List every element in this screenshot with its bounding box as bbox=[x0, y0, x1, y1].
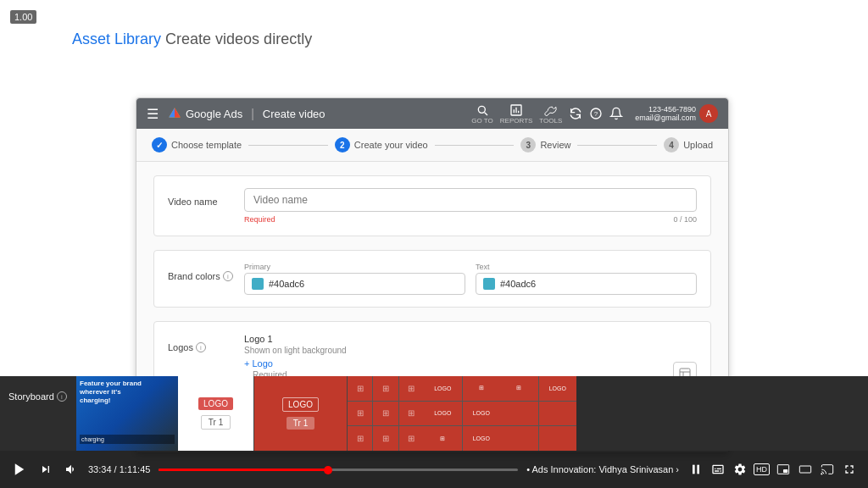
text-color-input[interactable]: #40adc6 bbox=[476, 273, 697, 295]
cast-button[interactable] bbox=[819, 461, 836, 478]
step-2-label: Create your video bbox=[354, 140, 428, 150]
sb-grid2-2-cell-1: ⊞ bbox=[500, 376, 538, 401]
account-number: 123-456-7890 email@gmail.com bbox=[635, 105, 696, 122]
step-1-circle: ✓ bbox=[152, 137, 167, 152]
brand-colors-row: Brand colors i Primary #40adc6 Text bbox=[153, 250, 711, 308]
logo-subtitle: Shown on light background bbox=[244, 346, 347, 355]
help-icon[interactable]: ? bbox=[589, 107, 603, 120]
video-area: 1.00 Asset Library Create videos directl… bbox=[0, 0, 868, 488]
svg-rect-11 bbox=[697, 465, 699, 474]
settings-button[interactable] bbox=[732, 461, 748, 478]
storyboard-items: Feature your brand wherever it's chargin… bbox=[76, 376, 868, 451]
color-fields: Primary #40adc6 Text #40adc6 bbox=[244, 263, 697, 295]
step-3-label: Review bbox=[540, 140, 570, 150]
primary-color-input[interactable]: #40adc6 bbox=[244, 273, 465, 295]
sb-grid-cell-8: ⊞ bbox=[373, 426, 398, 451]
app-name-label: Google Ads bbox=[186, 108, 242, 120]
svg-marker-9 bbox=[15, 463, 25, 475]
svg-point-15 bbox=[821, 474, 822, 474]
logos-info-icon[interactable]: i bbox=[196, 342, 206, 352]
progress-bar[interactable] bbox=[159, 469, 518, 471]
theater-button[interactable] bbox=[797, 461, 814, 478]
volume-button[interactable] bbox=[63, 461, 80, 478]
sb-grid-cell-6: ⊞ bbox=[399, 402, 424, 426]
sb-red-tr-badge: Tr 1 bbox=[287, 417, 314, 430]
notifications-icon[interactable] bbox=[609, 107, 623, 120]
sb-grid2-cell-5: ⊞ bbox=[424, 426, 462, 451]
sb-grid2-2-cell-6 bbox=[539, 426, 577, 451]
svg-text:?: ? bbox=[594, 110, 598, 118]
sb-grid-cell-5: ⊞ bbox=[373, 402, 398, 426]
progress-dot bbox=[324, 466, 332, 474]
stepper: ✓ Choose template 2 Create your video 3 … bbox=[136, 129, 728, 162]
app-header: ☰ Google Ads | Create video GO TO bbox=[136, 98, 728, 129]
sb-logo-badge: LOGO bbox=[198, 397, 233, 410]
sb-grid-2col-2: ⊞ LOGO bbox=[500, 376, 576, 451]
step-2: 2 Create your video bbox=[335, 137, 428, 152]
asset-library-label: Asset Library bbox=[72, 30, 161, 47]
refresh-icon[interactable] bbox=[569, 107, 582, 120]
char-count: 0 / 100 bbox=[673, 215, 697, 224]
sb-grid-2col: LOGO ⊞ LOGO LOGO ⊞ LOGO bbox=[424, 376, 500, 451]
time-info: 33:34 / 1:11:45 bbox=[88, 464, 150, 474]
play-button[interactable] bbox=[10, 460, 29, 479]
step-connector-1 bbox=[248, 145, 328, 146]
storyboard-panel: Storyboard i Feature your brand wherever… bbox=[0, 376, 868, 451]
storyboard-info-icon[interactable]: i bbox=[57, 391, 67, 402]
sb-red-logo-card: LOGO Tr 1 bbox=[254, 376, 348, 451]
logo-add-button[interactable]: + Logo bbox=[244, 358, 340, 369]
sb-grid2-2-cell-4 bbox=[539, 402, 577, 426]
video-title: • Ads Innovation: Vidhya Srinivasan › bbox=[526, 464, 679, 474]
sb-grid-cell-3: ⊞ bbox=[399, 376, 424, 401]
sb-grid-cell-2: ⊞ bbox=[373, 376, 398, 401]
thumb-charging-text: charging bbox=[80, 435, 175, 444]
sb-grid2-cell-1: LOGO bbox=[424, 376, 462, 401]
subtitles-button[interactable] bbox=[709, 461, 726, 478]
thumb-text: Feature your brand wherever it's chargin… bbox=[80, 380, 142, 405]
step-3: 3 Review bbox=[520, 137, 570, 152]
primary-color-value: #40adc6 bbox=[269, 279, 304, 289]
video-name-input[interactable] bbox=[244, 188, 697, 212]
text-color-swatch bbox=[483, 278, 495, 290]
hd-badge: HD bbox=[754, 463, 770, 475]
brand-colors-label: Brand colors i bbox=[168, 271, 244, 281]
step-connector-3 bbox=[577, 145, 657, 146]
svg-rect-10 bbox=[693, 465, 695, 474]
skip-button[interactable] bbox=[37, 461, 54, 478]
progress-area[interactable] bbox=[159, 469, 518, 471]
step-connector-2 bbox=[435, 145, 515, 146]
text-label: Text bbox=[476, 263, 697, 271]
pause-button[interactable] bbox=[687, 461, 704, 478]
avatar: A bbox=[699, 104, 718, 123]
svg-rect-14 bbox=[799, 466, 810, 473]
header-divider: | bbox=[251, 107, 254, 120]
required-label: Required bbox=[244, 215, 275, 224]
text-color-field: Text #40adc6 bbox=[476, 263, 697, 295]
fullscreen-button[interactable] bbox=[841, 461, 858, 478]
video-name-content: Required 0 / 100 bbox=[244, 188, 697, 224]
sb-grid2-cell-3: LOGO bbox=[424, 402, 462, 426]
search-icon[interactable]: GO TO bbox=[471, 103, 493, 125]
header-actions: GO TO REPORTS TOOLS ? bbox=[471, 103, 718, 125]
miniplayer-button[interactable] bbox=[775, 461, 792, 478]
sb-logo-card: LOGO Tr 1 bbox=[178, 376, 254, 451]
sb-red-logo-badge: LOGO bbox=[282, 397, 319, 412]
google-ads-logo-icon bbox=[167, 106, 182, 121]
progress-fill bbox=[159, 469, 327, 471]
sb-grid-cell-1: ⊞ bbox=[348, 376, 372, 401]
video-name-hint: Required 0 / 100 bbox=[244, 215, 697, 224]
brand-colors-info-icon[interactable]: i bbox=[223, 271, 233, 281]
title-area: Asset Library Create videos directly bbox=[72, 30, 312, 48]
hamburger-icon[interactable]: ☰ bbox=[147, 106, 159, 122]
storyboard-thumb: Feature your brand wherever it's chargin… bbox=[76, 376, 178, 451]
sb-grid-cell-4: ⊞ bbox=[348, 402, 372, 426]
tools-icon[interactable]: TOOLS bbox=[539, 103, 562, 125]
video-name-label: Video name bbox=[168, 197, 244, 207]
step-3-circle: 3 bbox=[520, 137, 536, 152]
reports-icon[interactable]: REPORTS bbox=[500, 103, 533, 125]
step-4-circle: 4 bbox=[664, 137, 679, 152]
logo-title: Logo 1 bbox=[244, 334, 347, 344]
sb-grid2-2-cell-5 bbox=[500, 426, 538, 451]
sb-grid2-cell-2: ⊞ bbox=[463, 376, 501, 401]
svg-point-0 bbox=[478, 106, 485, 113]
